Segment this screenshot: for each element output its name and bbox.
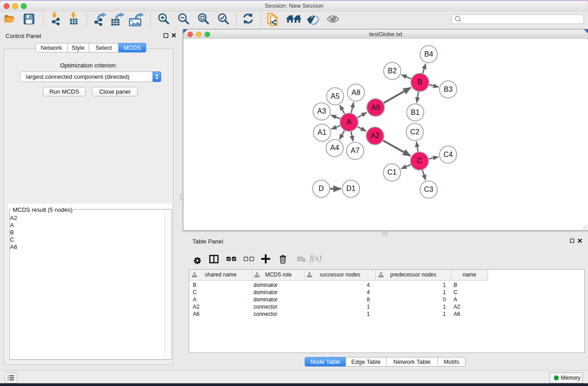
- svg-text:C2: C2: [410, 128, 420, 136]
- svg-text:D: D: [319, 185, 324, 192]
- svg-text:A: A: [347, 118, 352, 126]
- svg-text:C4: C4: [444, 151, 453, 158]
- svg-text:A1: A1: [318, 129, 327, 136]
- svg-text:A8: A8: [352, 89, 361, 96]
- svg-text:C1: C1: [387, 168, 397, 176]
- svg-text:D1: D1: [346, 185, 356, 192]
- svg-text:A2: A2: [371, 132, 380, 139]
- svg-text:B3: B3: [444, 86, 453, 93]
- svg-text:A4: A4: [330, 144, 339, 152]
- svg-text:B4: B4: [424, 50, 433, 58]
- svg-text:B2: B2: [388, 67, 397, 75]
- svg-text:B1: B1: [411, 109, 420, 116]
- svg-text:C3: C3: [424, 186, 434, 193]
- svg-text:B: B: [417, 78, 422, 86]
- svg-text:A7: A7: [351, 147, 360, 154]
- svg-text:A3: A3: [317, 107, 326, 115]
- svg-text:C: C: [417, 157, 422, 165]
- svg-text:A5: A5: [331, 92, 340, 100]
- svg-text:A6: A6: [371, 104, 380, 111]
